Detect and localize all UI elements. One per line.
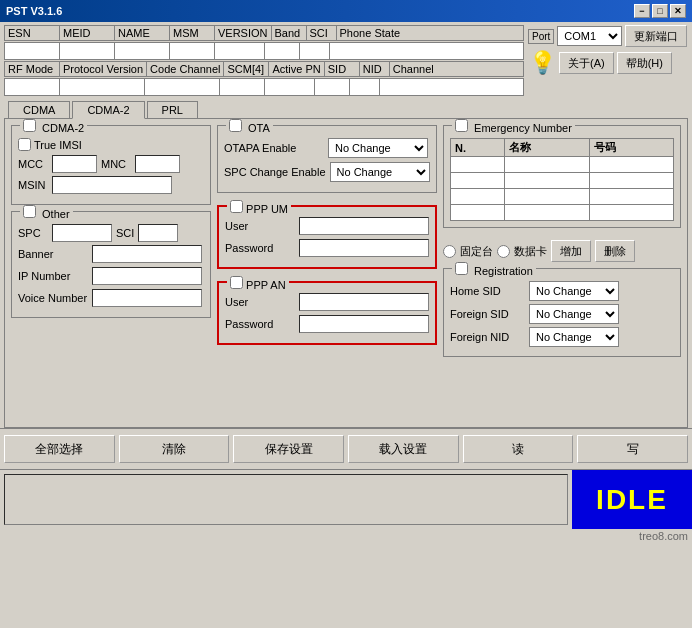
other-group-label: Other	[20, 205, 73, 220]
foreign-nid-select[interactable]: No Change	[529, 327, 619, 347]
fixed-radio[interactable]	[443, 245, 456, 258]
ppp-an-user-input[interactable]	[299, 293, 429, 311]
foreign-sid-select[interactable]: No Change	[529, 304, 619, 324]
ppp-an-group: PPP AN User Password	[217, 281, 437, 345]
ppp-um-password-input[interactable]	[299, 239, 429, 257]
write-button[interactable]: 写	[577, 435, 688, 463]
port-row: Port COM1 更新端口	[528, 25, 688, 47]
load-button[interactable]: 载入设置	[348, 435, 459, 463]
about-button[interactable]: 关于(A)	[559, 52, 614, 74]
banner-input[interactable]	[92, 245, 202, 263]
true-imsi-checkbox[interactable]	[18, 138, 31, 151]
table-row	[451, 189, 674, 205]
middle-column: OTA OTAPA Enable No Change SPC Change En…	[217, 125, 437, 363]
msm-value	[170, 43, 215, 59]
other-checkbox[interactable]	[23, 205, 36, 218]
info-row-1-values	[4, 42, 524, 60]
bottom-toolbar: 全部选择 清除 保存设置 载入设置 读 写	[0, 428, 692, 469]
minimize-button[interactable]: −	[634, 4, 650, 18]
data-radio[interactable]	[497, 245, 510, 258]
table-row	[451, 205, 674, 221]
ota-group: OTA OTAPA Enable No Change SPC Change En…	[217, 125, 437, 193]
ota-group-label: OTA	[226, 119, 273, 134]
ip-input[interactable]	[92, 267, 202, 285]
ppp-an-checkbox[interactable]	[230, 276, 243, 289]
banner-row: Banner	[18, 245, 204, 263]
select-all-button[interactable]: 全部选择	[4, 435, 115, 463]
idle-status: IDLE	[572, 470, 692, 529]
tab-cdma2[interactable]: CDMA-2	[72, 101, 144, 119]
sid-label: SID	[325, 62, 360, 76]
ota-checkbox[interactable]	[229, 119, 242, 132]
sci-input[interactable]	[138, 224, 178, 242]
tab-cdma[interactable]: CDMA	[8, 101, 70, 119]
about-help-row: 💡 关于(A) 帮助(H)	[528, 49, 688, 77]
msin-row: MSIN	[18, 176, 204, 194]
emergency-col-code: 号码	[589, 139, 673, 157]
true-imsi-row: True IMSI	[18, 138, 204, 151]
name-value	[115, 43, 170, 59]
active-pn-label: Active PN	[269, 62, 324, 76]
ppp-um-user-input[interactable]	[299, 217, 429, 235]
ppp-an-password-input[interactable]	[299, 315, 429, 333]
otapa-row: OTAPA Enable No Change	[224, 138, 430, 158]
title-bar: PST V3.1.6 − □ ✕	[0, 0, 692, 22]
info-row-1-labels: ESN MEID NAME MSM VERSION Band SCI Phone…	[4, 25, 524, 41]
delete-button[interactable]: 删除	[595, 240, 635, 262]
spc-input[interactable]	[52, 224, 112, 242]
ppp-um-group: PPP UM User Password	[217, 205, 437, 269]
clear-button[interactable]: 清除	[119, 435, 230, 463]
read-button[interactable]: 读	[463, 435, 574, 463]
spc-change-select[interactable]: No Change	[330, 162, 430, 182]
close-button[interactable]: ✕	[670, 4, 686, 18]
sci-label: SCI	[307, 26, 337, 40]
registration-checkbox[interactable]	[455, 262, 468, 275]
protocol-label: Protocol Version	[60, 62, 147, 76]
main-two-col: CDMA-2 True IMSI MCC MNC MSIN	[11, 125, 681, 363]
emergency-col-name: 名称	[505, 139, 589, 157]
tab-prl[interactable]: PRL	[147, 101, 198, 119]
ip-row: IP Number	[18, 267, 204, 285]
esn-value	[5, 43, 60, 59]
code-channel-value	[145, 79, 220, 95]
meid-value	[60, 43, 115, 59]
rfmode-label: RF Mode	[5, 62, 60, 76]
active-pn-value	[265, 79, 315, 95]
maximize-button[interactable]: □	[652, 4, 668, 18]
save-button[interactable]: 保存设置	[233, 435, 344, 463]
band-value	[265, 43, 300, 59]
voice-input[interactable]	[92, 289, 202, 307]
esn-label: ESN	[5, 26, 60, 40]
table-row	[451, 173, 674, 189]
mcc-input[interactable]	[52, 155, 97, 173]
phone-state-value	[330, 43, 523, 59]
home-sid-select[interactable]: No Change	[529, 281, 619, 301]
window-controls: − □ ✕	[634, 4, 686, 18]
nid-value	[350, 79, 380, 95]
channel-value	[380, 79, 523, 95]
foreign-nid-row: Foreign NID No Change	[450, 327, 674, 347]
voice-row: Voice Number	[18, 289, 204, 307]
add-button[interactable]: 增加	[551, 240, 591, 262]
meid-label: MEID	[60, 26, 115, 40]
otapa-select[interactable]: No Change	[328, 138, 428, 158]
home-sid-row: Home SID No Change	[450, 281, 674, 301]
foreign-sid-row: Foreign SID No Change	[450, 304, 674, 324]
rfmode-value	[5, 79, 60, 95]
info-row-2-labels: RF Mode Protocol Version Code Channel SC…	[4, 61, 524, 77]
help-button[interactable]: 帮助(H)	[617, 52, 672, 74]
scm4-label: SCM[4]	[224, 62, 269, 76]
refresh-port-button[interactable]: 更新端口	[625, 25, 687, 47]
mnc-input[interactable]	[135, 155, 180, 173]
version-label: VERSION	[215, 26, 272, 40]
ppp-um-checkbox[interactable]	[230, 200, 243, 213]
msin-input[interactable]	[52, 176, 172, 194]
cdma2-checkbox[interactable]	[23, 119, 36, 132]
header-area: ESN MEID NAME MSM VERSION Band SCI Phone…	[0, 22, 692, 96]
registration-group: Registration Home SID No Change Foreign …	[443, 268, 681, 357]
name-label: NAME	[115, 26, 170, 40]
emergency-checkbox[interactable]	[455, 119, 468, 132]
mcc-mnc-row: MCC MNC	[18, 155, 204, 173]
port-select[interactable]: COM1	[557, 26, 622, 46]
nid-label: NID	[360, 62, 390, 76]
